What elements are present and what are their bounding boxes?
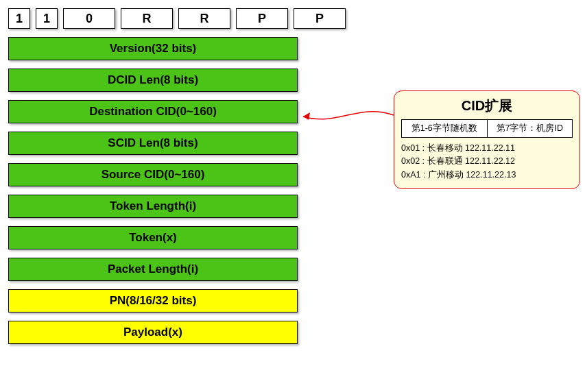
svg-marker-0 <box>303 112 310 120</box>
callout-line-2: 0x02 : 长春联通 122.11.22.12 <box>401 155 573 168</box>
callout-line-1: 0x01 : 长春移动 122.11.22.11 <box>401 142 573 155</box>
field-dcid-len: DCID Len(8 bits) <box>8 69 298 92</box>
bit-4: R <box>178 8 230 29</box>
callout-line-3: 0xA1 : 广州移动 122.11.22.13 <box>401 169 573 182</box>
bit-1: 1 <box>36 8 58 29</box>
packet-diagram: 1 1 0 R R P P Version(32 bits) DCID Len(… <box>8 8 577 344</box>
field-scid-len: SCID Len(8 bits) <box>8 132 298 155</box>
bit-6: P <box>294 8 346 29</box>
field-version: Version(32 bits) <box>8 37 298 60</box>
bit-5: P <box>236 8 288 29</box>
callout-list: 0x01 : 长春移动 122.11.22.11 0x02 : 长春联通 122… <box>401 142 573 182</box>
callout-arrow <box>296 103 399 130</box>
bit-3: R <box>121 8 173 29</box>
bit-0: 1 <box>8 8 30 29</box>
field-token-len: Token Length(i) <box>8 195 298 218</box>
field-payload: Payload(x) <box>8 321 298 344</box>
bit-2: 0 <box>63 8 115 29</box>
callout-table: 第1-6字节随机数 第7字节：机房ID <box>401 119 573 138</box>
cid-extension-callout: CID扩展 第1-6字节随机数 第7字节：机房ID 0x01 : 长春移动 12… <box>394 90 580 189</box>
field-dcid: Destination CID(0~160) <box>8 100 298 123</box>
callout-col-1: 第1-6字节随机数 <box>402 120 488 137</box>
field-scid: Source CID(0~160) <box>8 163 298 186</box>
header-bits-row: 1 1 0 R R P P <box>8 8 577 29</box>
callout-title: CID扩展 <box>401 97 573 115</box>
callout-col-2: 第7字节：机房ID <box>488 120 573 137</box>
field-pn: PN(8/16/32 bits) <box>8 289 298 313</box>
field-packet-len: Packet Length(i) <box>8 258 298 281</box>
field-token: Token(x) <box>8 226 298 249</box>
